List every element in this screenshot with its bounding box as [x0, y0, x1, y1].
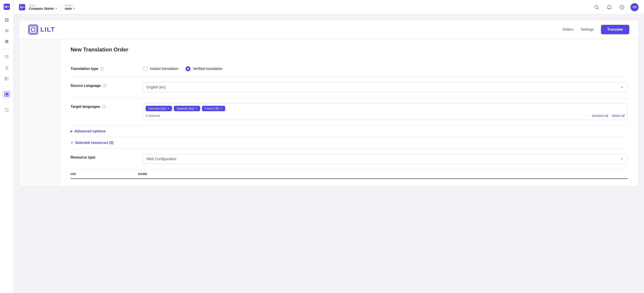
target-languages-tags[interactable]: German [de] × Spanish [es] × French [fr]	[143, 103, 628, 120]
form-sidebar	[19, 39, 60, 186]
help-button[interactable]: ?	[618, 3, 626, 11]
main-container: Stack Compass Starter ▼ Branch main ▼	[14, 0, 644, 293]
tag-spanish[interactable]: Spanish [es] ×	[174, 106, 200, 111]
topnav-logo	[19, 4, 25, 10]
lilt-logo-icon	[28, 25, 38, 35]
translation-type-control: Instant translation Verified translation	[143, 65, 628, 71]
target-languages-label: Target languages ?	[70, 103, 143, 109]
instant-translation-label: Instant translation	[150, 67, 178, 71]
table-name-header: NAME	[138, 172, 628, 176]
svg-rect-33	[31, 28, 35, 31]
topnav-project-label: Stack	[29, 4, 57, 7]
source-language-chevron-icon: ▼	[620, 86, 624, 89]
source-language-row: Source Language ? English [en] ▼	[70, 77, 628, 98]
translation-type-help-icon[interactable]: ?	[100, 67, 104, 71]
advanced-options-arrow-icon: ▶	[70, 130, 72, 133]
left-sidebar	[0, 0, 14, 293]
lilt-logo: LILT	[28, 25, 55, 35]
svg-point-24	[7, 111, 8, 112]
form-body: New Translation Order Translation type ?	[60, 39, 638, 186]
topnav-branch[interactable]: Branch main ▼	[65, 4, 75, 10]
sidebar-icon-list[interactable]	[2, 26, 11, 35]
svg-rect-7	[5, 29, 8, 30]
translate-button[interactable]: Translate	[601, 25, 629, 34]
sidebar-icon-sliders[interactable]	[2, 105, 11, 114]
deselect-all-link[interactable]: Deselect all	[592, 114, 608, 118]
translation-type-row: Translation type ? Instant translation	[70, 60, 628, 77]
translation-type-label: Translation type ?	[70, 65, 143, 71]
topnav: Stack Compass Starter ▼ Branch main ▼	[14, 0, 644, 15]
sidebar-logo	[4, 4, 10, 11]
svg-rect-13	[7, 42, 8, 43]
resource-type-chevron-icon: ▼	[620, 157, 624, 161]
search-button[interactable]	[592, 3, 601, 11]
instant-translation-option[interactable]: Instant translation	[143, 66, 178, 71]
sidebar-icon-plugin[interactable]	[2, 90, 11, 99]
project-chevron-icon: ▼	[55, 7, 57, 10]
resource-type-row: Resource type Web Configuration ▼	[70, 149, 628, 170]
remove-french-button[interactable]: ×	[220, 107, 222, 110]
selected-resources-arrow-icon: ▼	[70, 141, 73, 144]
svg-rect-9	[5, 32, 8, 32]
svg-rect-11	[7, 40, 8, 42]
svg-text:?: ?	[621, 6, 623, 9]
table-uid-header: UID	[70, 172, 138, 176]
sidebar-icon-wifi[interactable]	[2, 53, 11, 62]
select-all-link[interactable]: Select all	[612, 114, 624, 118]
topnav-project[interactable]: Stack Compass Starter ▼	[29, 4, 57, 10]
card-header: LILT Orders Settings Translate	[19, 20, 638, 39]
target-languages-control: German [de] × Spanish [es] × French [fr]	[143, 103, 628, 120]
target-languages-row: Target languages ? German [de] ×	[70, 98, 628, 126]
tags-actions: Deselect all Select all	[592, 114, 624, 118]
resource-type-control: Web Configuration ▼	[143, 154, 628, 164]
sidebar-icon-grid[interactable]	[2, 15, 11, 24]
svg-rect-4	[7, 18, 8, 20]
sidebar-divider-3	[1, 102, 12, 102]
settings-link[interactable]: Settings	[581, 28, 594, 32]
svg-rect-8	[5, 31, 8, 31]
resource-type-select[interactable]: Web Configuration ▼	[143, 154, 628, 164]
selected-resources-toggle[interactable]: ▼ Selected resources (0)	[70, 141, 628, 145]
table-header: UID NAME	[70, 170, 628, 179]
card-header-nav: Orders Settings Translate	[562, 25, 629, 34]
verified-translation-option[interactable]: Verified translation	[186, 66, 222, 71]
svg-rect-10	[5, 40, 7, 42]
topnav-separator	[61, 4, 61, 11]
advanced-options-row: ▶ Advanced options	[70, 126, 628, 137]
source-language-select[interactable]: English [en] ▼	[143, 82, 628, 92]
topnav-branch-label: Branch	[65, 4, 75, 7]
svg-rect-3	[5, 18, 6, 20]
tag-german[interactable]: German [de] ×	[146, 106, 172, 111]
remove-spanish-button[interactable]: ×	[195, 107, 197, 110]
radio-group: Instant translation Verified translation	[143, 65, 628, 71]
advanced-options-toggle[interactable]: ▶ Advanced options	[70, 129, 628, 133]
avatar[interactable]: VR	[630, 3, 638, 11]
topnav-project-name: Compass Starter ▼	[29, 7, 57, 10]
target-languages-help-icon[interactable]: ?	[102, 105, 106, 109]
svg-rect-32	[30, 26, 37, 33]
sidebar-icon-upload[interactable]	[2, 63, 11, 72]
svg-point-22	[5, 108, 6, 109]
selected-count: 3 selected	[146, 114, 160, 118]
notifications-button[interactable]	[605, 3, 613, 11]
form-title: New Translation Order	[70, 47, 628, 53]
sidebar-icon-checklist[interactable]	[2, 74, 11, 83]
source-language-help-icon[interactable]: ?	[102, 84, 106, 88]
content-area: LILT Orders Settings Translate New Trans…	[14, 15, 644, 293]
selected-resources-row: ▼ Selected resources (0)	[70, 137, 628, 149]
lilt-logo-text: LILT	[40, 26, 55, 33]
tag-french[interactable]: French [fr] ×	[202, 106, 225, 111]
svg-rect-12	[5, 42, 7, 43]
svg-rect-5	[5, 20, 6, 22]
form-area: New Translation Order Translation type ?	[19, 39, 638, 186]
topnav-branch-name: main ▼	[65, 7, 75, 10]
instant-translation-radio[interactable]	[143, 66, 148, 71]
remove-german-button[interactable]: ×	[167, 107, 169, 110]
verified-translation-label: Verified translation	[193, 67, 222, 71]
orders-link[interactable]: Orders	[562, 28, 574, 32]
sidebar-icon-layers[interactable]	[2, 37, 11, 46]
source-language-label: Source Language ?	[70, 82, 143, 88]
topnav-right: ? VR	[592, 3, 638, 11]
verified-translation-radio[interactable]	[186, 66, 190, 71]
resource-type-label: Resource type	[70, 154, 143, 159]
